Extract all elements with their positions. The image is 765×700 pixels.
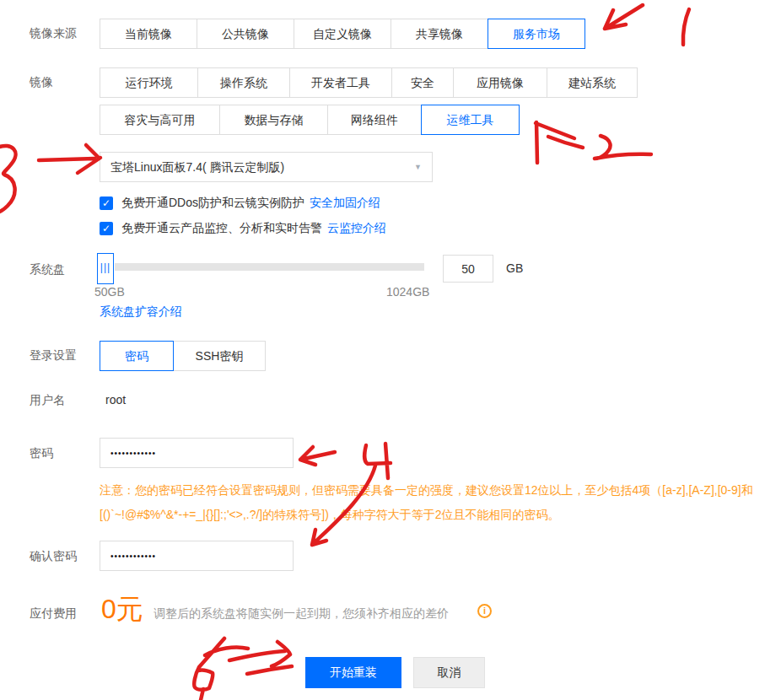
- image-category-tabs-row1: 运行环境 操作系统 开发者工具 安全 应用镜像 建站系统: [100, 67, 638, 98]
- cloud-monitor-row: ✓ 免费开通云产品监控、分析和实时告警 云监控介绍: [100, 221, 386, 236]
- tab-shared-image[interactable]: 共享镜像: [391, 19, 488, 49]
- fee-amount: 0元: [101, 591, 143, 628]
- annotation-digit-4: [364, 444, 391, 478]
- marketplace-image-select[interactable]: 宝塔Linux面板7.4( 腾讯云定制版) ▼: [100, 152, 433, 182]
- image-category-tabs-row2: 容灾与高可用 数据与存储 网络组件 运维工具: [100, 105, 520, 135]
- confirm-password-label: 确认密码: [30, 549, 77, 564]
- annotation-digit-1: [683, 9, 689, 45]
- disk-max-label: 1024GB: [386, 285, 429, 299]
- login-settings-label: 登录设置: [30, 348, 77, 363]
- ddos-protection-row: ✓ 免费开通DDos防护和云镜实例防护 安全加固介绍: [100, 196, 380, 211]
- tab-developer-tools[interactable]: 开发者工具: [289, 67, 392, 98]
- cloud-monitor-link[interactable]: 云监控介绍: [327, 221, 386, 236]
- annotation-arrow-to-dropdown: [39, 145, 100, 173]
- username-value: root: [105, 393, 126, 407]
- annotation-arrow-to-submit: [229, 642, 292, 674]
- annotation-digit-3: [0, 146, 15, 213]
- annotation-digit-2: [595, 136, 651, 159]
- tab-ops-tools[interactable]: 运维工具: [421, 105, 520, 135]
- confirm-password-input[interactable]: [100, 541, 294, 571]
- info-circle-icon[interactable]: i: [477, 604, 492, 618]
- check-icon: ✓: [102, 197, 110, 209]
- check-icon: ✓: [102, 223, 110, 234]
- annotation-arrow-to-service-market: [605, 5, 643, 29]
- password-strength-warning: 注意：您的密码已经符合设置密码规则，但密码需要具备一定的强度，建议您设置12位以…: [100, 478, 756, 527]
- tab-security[interactable]: 安全: [391, 67, 454, 98]
- tab-data-storage[interactable]: 数据与存储: [219, 105, 328, 135]
- cloud-monitor-label: 免费开通云产品监控、分析和实时告警: [121, 221, 322, 236]
- disk-size-input[interactable]: [443, 255, 493, 283]
- cancel-button[interactable]: 取消: [413, 657, 485, 688]
- tab-network-components[interactable]: 网络组件: [327, 105, 422, 135]
- tab-current-image[interactable]: 当前镜像: [100, 19, 197, 49]
- tab-custom-image[interactable]: 自定义镜像: [294, 19, 391, 49]
- tab-site-building[interactable]: 建站系统: [547, 67, 638, 98]
- tab-app-image[interactable]: 应用镜像: [453, 67, 547, 98]
- image-label: 镜像: [30, 75, 53, 90]
- disk-unit-label: GB: [506, 261, 523, 275]
- image-source-tabs: 当前镜像 公共镜像 自定义镜像 共享镜像 服务市场: [100, 19, 585, 49]
- grip-vertical-icon: |||: [100, 261, 110, 273]
- start-reinstall-button[interactable]: 开始重装: [305, 657, 401, 688]
- tab-password[interactable]: 密码: [100, 341, 174, 371]
- disk-min-label: 50GB: [94, 285, 125, 299]
- tab-operating-system[interactable]: 操作系统: [197, 67, 290, 98]
- username-label: 用户名: [30, 393, 65, 408]
- annotation-arrow-to-password: [300, 447, 335, 465]
- tab-disaster-recovery-ha[interactable]: 容灾与高可用: [100, 105, 220, 135]
- security-hardening-link[interactable]: 安全加固介绍: [310, 196, 380, 211]
- disk-slider-handle[interactable]: |||: [97, 253, 114, 284]
- image-source-label: 镜像来源: [30, 26, 77, 41]
- login-method-tabs: 密码 SSH密钥: [100, 341, 266, 371]
- tab-public-image[interactable]: 公共镜像: [197, 19, 294, 49]
- marketplace-image-value: 宝塔Linux面板7.4( 腾讯云定制版): [110, 160, 284, 174]
- system-disk-label: 系统盘: [30, 262, 65, 277]
- password-label: 密码: [30, 446, 53, 461]
- cloud-monitor-checkbox[interactable]: ✓: [100, 222, 113, 235]
- password-input[interactable]: [100, 438, 294, 468]
- ddos-protection-checkbox[interactable]: ✓: [100, 197, 113, 210]
- tab-runtime-env[interactable]: 运行环境: [100, 67, 198, 98]
- disk-slider-track[interactable]: [115, 263, 424, 271]
- fee-note: 调整后的系统盘将随实例一起到期，您须补齐相应的差价: [154, 606, 449, 622]
- ddos-protection-label: 免费开通DDos防护和云镜实例防护: [121, 196, 304, 211]
- fee-label: 应付费用: [30, 606, 77, 622]
- caret-down-icon: ▼: [414, 153, 422, 181]
- tab-ssh-key[interactable]: SSH密钥: [173, 341, 266, 371]
- annotation-digit-5: [194, 638, 248, 700]
- annotation-arrow-to-ops-tools: [536, 122, 583, 163]
- disk-expand-intro-link[interactable]: 系统盘扩容介绍: [100, 304, 182, 320]
- tab-service-market[interactable]: 服务市场: [488, 19, 585, 49]
